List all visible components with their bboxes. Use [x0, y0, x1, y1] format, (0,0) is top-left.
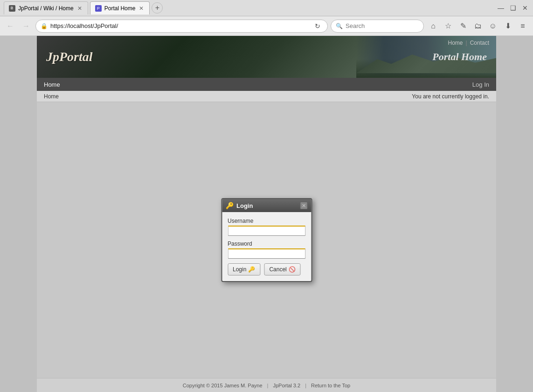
- address-input[interactable]: [50, 22, 310, 29]
- tab-2[interactable]: P Portal Home ✕: [90, 1, 150, 14]
- password-label: Password: [228, 241, 305, 247]
- main-nav: Home Log In: [37, 78, 496, 91]
- page-content: Home | Contact JpPortal Portal Home Home…: [0, 36, 533, 392]
- password-input[interactable]: [228, 248, 305, 259]
- footer-copyright: Copyright © 2015 James M. Payne: [183, 383, 263, 388]
- tab-1[interactable]: 🗎 JpPortal / Wiki / Home ✕: [4, 1, 88, 14]
- cancel-button-icon: 🚫: [289, 266, 296, 273]
- login-button-label: Login: [233, 266, 246, 273]
- minimize-button[interactable]: —: [497, 4, 505, 12]
- lock-icon: 🔒: [41, 23, 48, 29]
- title-bar: 🗎 JpPortal / Wiki / Home ✕ P Portal Home…: [0, 0, 533, 16]
- status-message: You are not currently logged in.: [412, 93, 489, 100]
- dialog-close-button[interactable]: ✕: [300, 202, 307, 209]
- cancel-button-label: Cancel: [269, 266, 286, 273]
- site-header: Home | Contact JpPortal Portal Home: [37, 36, 496, 78]
- nav-login-link[interactable]: Log In: [472, 81, 489, 88]
- page-body: 🔑 Login ✕ Username Password: [37, 102, 496, 378]
- address-bar: 🔒 ↻: [35, 20, 328, 33]
- login-button[interactable]: Login 🔑: [228, 263, 260, 275]
- tab-1-close[interactable]: ✕: [76, 5, 83, 12]
- search-input[interactable]: [346, 22, 424, 29]
- tab-2-icon: P: [95, 5, 102, 12]
- tab-1-label: JpPortal / Wiki / Home: [18, 5, 74, 12]
- main-nav-left: Home: [44, 81, 60, 88]
- home-toolbar-icon[interactable]: ⌂: [427, 20, 440, 33]
- login-dialog: 🔑 Login ✕ Username Password: [221, 198, 312, 282]
- close-button[interactable]: ✕: [521, 4, 529, 12]
- dialog-body: Username Password Login 🔑: [222, 212, 311, 281]
- forward-button[interactable]: →: [20, 20, 33, 33]
- username-input[interactable]: [228, 226, 305, 236]
- site-footer: Copyright © 2015 James M. Payne | JpPort…: [37, 378, 496, 392]
- dialog-key-icon: 🔑: [226, 202, 234, 209]
- username-group: Username: [228, 218, 305, 236]
- toolbar-icons: ⌂ ☆ ✎ 🗂 ☺ ⬇ ≡: [427, 20, 529, 33]
- bookmark-toolbar-icon[interactable]: ☆: [442, 20, 455, 33]
- dialog-buttons: Login 🔑 Cancel 🚫: [228, 263, 305, 275]
- search-bar: 🔍: [331, 20, 424, 33]
- edit-toolbar-icon[interactable]: ✎: [457, 20, 470, 33]
- footer-version: JpPortal 3.2: [273, 383, 300, 388]
- username-label: Username: [228, 218, 305, 224]
- back-button[interactable]: ←: [4, 20, 17, 33]
- emoji-toolbar-icon[interactable]: ☺: [486, 20, 499, 33]
- footer-sep-1: |: [267, 383, 269, 388]
- nav-home-link[interactable]: Home: [44, 81, 60, 88]
- menu-toolbar-icon[interactable]: ≡: [516, 20, 529, 33]
- download-toolbar-icon[interactable]: ⬇: [501, 20, 514, 33]
- maximize-button[interactable]: ❑: [509, 4, 517, 12]
- site-logo: JpPortal: [46, 49, 93, 64]
- nav-bar: ← → 🔒 ↻ 🔍 ⌂ ☆ ✎ 🗂 ☺ ⬇ ≡: [0, 16, 533, 36]
- tab-2-label: Portal Home: [104, 5, 136, 12]
- refresh-button[interactable]: ↻: [312, 21, 323, 31]
- website-frame: Home | Contact JpPortal Portal Home Home…: [37, 36, 496, 392]
- tab-1-icon: 🗎: [9, 5, 15, 12]
- breadcrumb-status-bar: Home You are not currently logged in.: [37, 91, 496, 102]
- header-home-link[interactable]: Home: [448, 40, 463, 46]
- pocket-toolbar-icon[interactable]: 🗂: [471, 20, 485, 33]
- header-contact-link[interactable]: Contact: [470, 40, 489, 46]
- dialog-title-left: 🔑 Login: [226, 202, 253, 209]
- dialog-titlebar: 🔑 Login ✕: [222, 199, 311, 212]
- login-button-icon: 🔑: [248, 266, 255, 273]
- site-title: Portal Home: [432, 51, 487, 63]
- footer-sep-2: |: [305, 383, 306, 388]
- password-group: Password: [228, 241, 305, 259]
- dialog-title-text: Login: [236, 202, 253, 209]
- cancel-button[interactable]: Cancel 🚫: [264, 263, 300, 275]
- breadcrumb-home[interactable]: Home: [44, 93, 59, 100]
- header-top-nav: Home | Contact: [448, 40, 490, 46]
- search-icon: 🔍: [336, 23, 343, 29]
- window-controls: — ❑ ✕: [497, 4, 529, 12]
- tab-2-close[interactable]: ✕: [138, 5, 145, 12]
- new-tab-button[interactable]: +: [152, 2, 163, 14]
- header-separator: |: [466, 40, 467, 46]
- footer-return-top[interactable]: Return to the Top: [311, 383, 350, 388]
- browser-window: 🗎 JpPortal / Wiki / Home ✕ P Portal Home…: [0, 0, 533, 392]
